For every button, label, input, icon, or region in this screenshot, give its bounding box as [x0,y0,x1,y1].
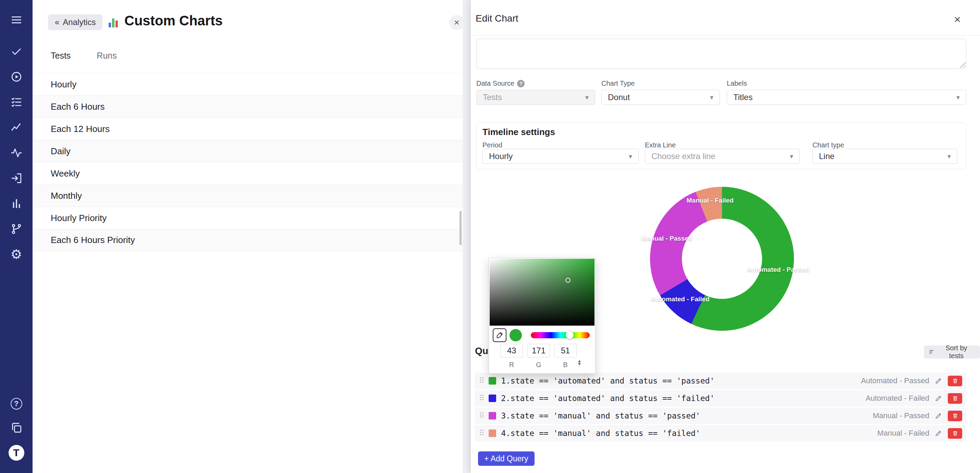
trash-icon [952,395,958,401]
mode-stepper[interactable]: ▲▼ [578,360,581,366]
donut-labels: Automated - PassedAutomated - FailedManu… [650,187,794,331]
trash-icon [952,413,958,419]
donut-segment-label: Automated - Passed [747,266,809,274]
list-item[interactable]: Daily [33,140,463,162]
branch-icon[interactable] [10,222,23,236]
saturation-area[interactable] [490,259,595,326]
query-code: 4.state == 'manual' and status == 'faile… [501,429,700,438]
import-icon[interactable] [10,171,23,185]
chart-type-label: Chart Type [601,80,635,88]
query-rows: ⠿ 1.state == 'automated' and status == '… [475,373,966,443]
menu-icon[interactable] [10,13,23,27]
checklist-icon[interactable] [10,95,23,109]
donut-segment-label: Automated - Failed [651,295,710,303]
query-color-swatch[interactable] [488,395,496,402]
tab-tests[interactable]: Tests [51,51,71,61]
list-item[interactable]: Hourly [33,73,463,95]
chevron-down-icon: ▾ [956,93,960,102]
extra-line-label: Extra Line [645,141,676,149]
chevron-down-icon: ▾ [585,93,589,102]
blue-input[interactable] [554,344,577,357]
list-item[interactable]: Monthly [33,185,463,207]
query-row: ⠿ 2.state == 'automated' and status == '… [475,390,966,406]
add-query-button[interactable]: + Add Query [478,451,535,466]
query-color-swatch[interactable] [488,430,496,437]
tabs: Tests Runs [51,51,117,61]
list-item[interactable]: Each 6 Hours Priority [33,229,463,251]
app-sidebar: ⚙ ? T [0,0,33,473]
labels-select[interactable]: Titles▾ [727,90,966,105]
sort-icon [929,349,935,355]
back-chevrons: « [55,18,59,27]
donut-segment-label: Manual - Failed [687,197,733,204]
trash-icon [952,378,958,384]
drag-handle-icon[interactable]: ⠿ [479,376,485,385]
drag-handle-icon[interactable]: ⠿ [479,411,485,420]
edit-pencil-icon[interactable] [935,377,942,385]
trend-icon[interactable] [10,121,23,134]
hue-thumb[interactable] [566,331,574,339]
extra-line-select[interactable]: Choose extra line▾ [645,149,800,164]
query-code: 2.state == 'automated' and status == 'fa… [501,394,714,403]
custom-charts-panel: « Analytics Custom Charts × Tests Runs H… [33,0,463,473]
timeline-chart-type-label: Chart type [813,141,844,149]
bar-chart-icon[interactable] [10,197,23,210]
list-item[interactable]: Weekly [33,162,463,185]
edit-pencil-icon[interactable] [935,395,942,402]
timeline-chart-type-select[interactable]: Line▾ [813,149,958,164]
tab-runs[interactable]: Runs [97,51,116,61]
green-input[interactable] [527,344,550,357]
left-panel-close-button[interactable]: × [449,15,464,30]
sort-by-tests-button[interactable]: Sort by tests [924,346,980,358]
delete-query-button[interactable] [948,376,962,386]
list-item[interactable]: Each 6 Hours [33,95,463,118]
query-color-swatch[interactable] [488,412,496,419]
delete-query-button[interactable] [948,428,962,439]
labels-label: Labels [727,80,747,88]
edit-pencil-icon[interactable] [935,430,942,437]
check-icon[interactable] [10,45,23,58]
hue-slider[interactable] [531,332,590,338]
drag-handle-icon[interactable]: ⠿ [479,429,485,438]
charts-list: Hourly Each 6 Hours Each 12 Hours Daily … [33,73,463,251]
query-code: 3.state == 'manual' and status == 'passe… [501,411,700,420]
red-label: R [500,361,523,369]
description-textarea[interactable] [476,39,966,69]
scrollbar-thumb[interactable] [460,211,461,245]
query-label: Automated - Passed [861,376,929,385]
trash-icon [952,430,958,436]
list-item[interactable]: Hourly Priority [33,207,463,229]
page-title: Custom Charts [124,13,223,29]
blue-label: B [554,361,577,369]
query-label: Automated - Failed [865,394,929,403]
chart-type-select[interactable]: Donut▾ [601,90,720,105]
back-to-analytics-button[interactable]: « Analytics [48,14,102,30]
edit-chart-header: Edit Chart × [471,0,980,36]
red-input[interactable] [500,344,523,357]
query-label: Manual - Passed [873,411,929,420]
data-source-select[interactable]: Tests▾ [476,90,595,105]
chevron-down-icon: ▾ [629,152,632,161]
query-label: Manual - Failed [877,429,929,438]
help-question-icon[interactable]: ? [517,80,525,88]
edit-panel-close-button[interactable]: × [950,12,965,27]
delete-query-button[interactable] [948,393,962,404]
green-label: G [527,361,550,369]
back-label: Analytics [63,18,95,27]
list-item[interactable]: Each 12 Hours [33,118,463,140]
query-color-swatch[interactable] [488,377,496,385]
eyedropper-button[interactable] [493,328,506,342]
drag-handle-icon[interactable]: ⠿ [479,394,485,403]
gear-icon[interactable]: ⚙ [10,247,23,261]
delete-query-button[interactable] [948,411,962,421]
edit-pencil-icon[interactable] [935,412,942,419]
play-circle-icon[interactable] [10,70,23,84]
saturation-cursor[interactable] [565,278,571,283]
app-logo[interactable]: T [9,445,24,461]
projects-icon[interactable] [10,421,23,435]
period-select[interactable]: Hourly▾ [482,149,639,164]
help-icon[interactable]: ? [10,397,23,411]
pulse-icon[interactable] [10,146,23,160]
query-code: 1.state == 'automated' and status == 'pa… [501,376,714,385]
current-color-swatch [509,329,522,341]
